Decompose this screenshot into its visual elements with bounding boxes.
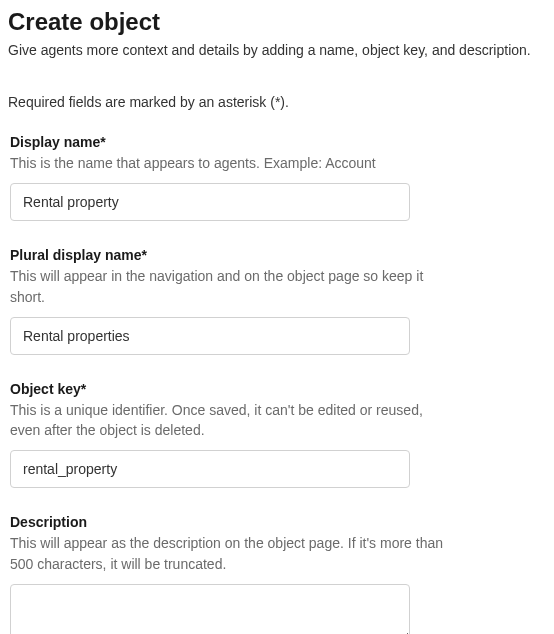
plural-display-name-input[interactable]	[10, 317, 410, 355]
description-label: Description	[10, 514, 546, 530]
object-key-input[interactable]	[10, 450, 410, 488]
object-key-group: Object key* This is a unique identifier.…	[8, 381, 546, 489]
page-subtitle: Give agents more context and details by …	[8, 42, 546, 58]
display-name-label: Display name*	[10, 134, 546, 150]
required-fields-note: Required fields are marked by an asteris…	[8, 94, 546, 110]
description-textarea[interactable]	[10, 584, 410, 634]
plural-display-name-help: This will appear in the navigation and o…	[10, 266, 450, 307]
display-name-group: Display name* This is the name that appe…	[8, 134, 546, 221]
page-title: Create object	[8, 8, 546, 36]
object-key-label: Object key*	[10, 381, 546, 397]
plural-display-name-label: Plural display name*	[10, 247, 546, 263]
plural-display-name-group: Plural display name* This will appear in…	[8, 247, 546, 355]
object-key-help: This is a unique identifier. Once saved,…	[10, 400, 450, 441]
display-name-input[interactable]	[10, 183, 410, 221]
description-help: This will appear as the description on t…	[10, 533, 450, 574]
description-group: Description This will appear as the desc…	[8, 514, 546, 634]
display-name-help: This is the name that appears to agents.…	[10, 153, 450, 173]
